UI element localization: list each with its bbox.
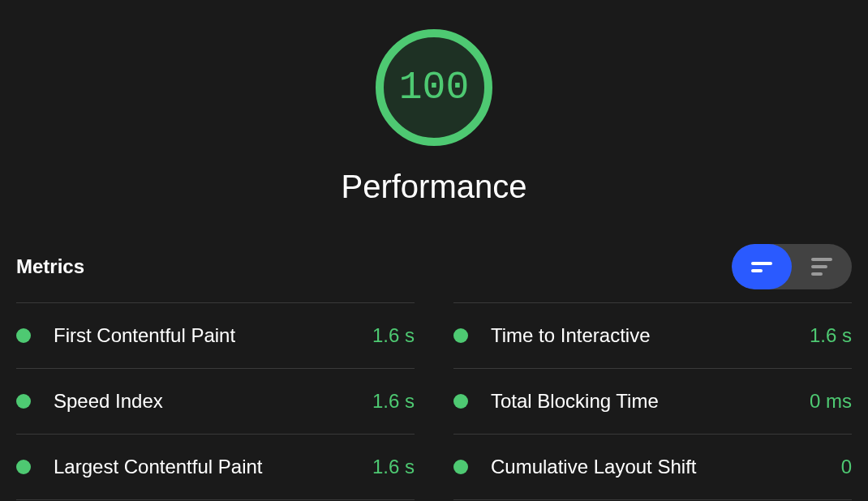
view-toggle-group (732, 244, 852, 289)
metric-value: 0 ms (810, 390, 852, 413)
metrics-column-right: Time to Interactive 1.6 s Total Blocking… (453, 302, 852, 500)
expanded-view-icon (811, 258, 832, 276)
metric-label: Largest Contentful Paint (54, 456, 372, 478)
status-dot-icon (16, 394, 31, 409)
status-dot-icon (453, 460, 468, 474)
metric-row: Time to Interactive 1.6 s (453, 302, 852, 368)
gauge-title: Performance (342, 169, 527, 205)
metric-label: Total Blocking Time (491, 390, 810, 413)
metric-value: 1.6 s (372, 324, 415, 347)
status-dot-icon (453, 394, 468, 409)
metric-value: 1.6 s (372, 390, 415, 413)
performance-gauge-section: 100 Performance (0, 0, 868, 205)
metrics-header: Metrics (0, 244, 868, 289)
metric-row: Speed Index 1.6 s (16, 368, 415, 434)
status-dot-icon (453, 328, 468, 343)
score-value: 100 (399, 66, 469, 109)
metric-row: Largest Contentful Paint 1.6 s (16, 434, 415, 500)
metric-label: Cumulative Layout Shift (491, 456, 841, 478)
metrics-column-left: First Contentful Paint 1.6 s Speed Index… (16, 302, 415, 500)
metric-value: 1.6 s (810, 324, 852, 347)
metrics-heading: Metrics (16, 255, 84, 278)
metric-value: 0 (841, 456, 852, 478)
metrics-grid: First Contentful Paint 1.6 s Speed Index… (0, 302, 868, 500)
metric-label: Time to Interactive (491, 324, 810, 347)
metric-label: Speed Index (54, 390, 372, 413)
metric-row: First Contentful Paint 1.6 s (16, 302, 415, 368)
metric-value: 1.6 s (372, 456, 415, 478)
view-expanded-button[interactable] (792, 244, 852, 289)
metric-row: Cumulative Layout Shift 0 (453, 434, 852, 500)
view-compact-button[interactable] (732, 244, 792, 289)
metric-label: First Contentful Paint (54, 324, 372, 347)
status-dot-icon (16, 460, 31, 474)
metric-row: Total Blocking Time 0 ms (453, 368, 852, 434)
status-dot-icon (16, 328, 31, 343)
score-gauge: 100 (376, 29, 492, 146)
compact-view-icon (751, 262, 772, 272)
